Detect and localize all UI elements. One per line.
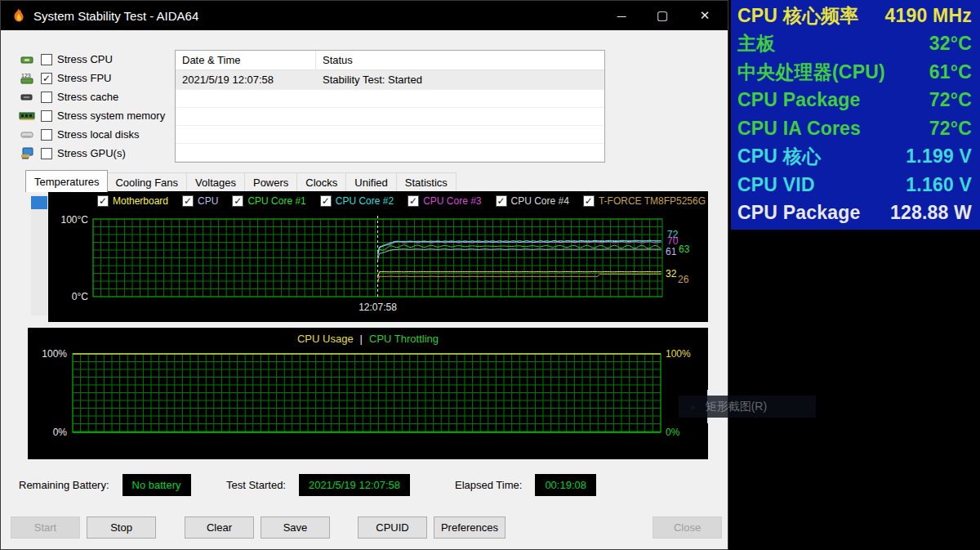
legend-checkbox[interactable]: ✓	[320, 195, 332, 207]
usage-left-max-label: 100%	[42, 348, 67, 360]
capture-tooltip-label: 矩形截图(R)	[706, 400, 767, 414]
stress-option-row: Stress CPU	[19, 50, 165, 69]
sensor-row: CPU Package128.88 W	[731, 199, 980, 228]
graph-scrollbar-thumb[interactable]	[31, 196, 47, 209]
stress-option-row: Stress cache	[19, 87, 165, 106]
stress-option-row: Stress system memory	[19, 106, 165, 125]
sensor-value: 128.88 W	[890, 202, 972, 224]
tab-unified[interactable]: Unified	[346, 172, 396, 192]
stress-option-row: 123✓Stress FPU	[19, 69, 165, 87]
legend-label: CPU Core #1	[247, 195, 305, 207]
minimize-button[interactable]: ─	[604, 1, 639, 30]
stress-checkbox[interactable]	[41, 54, 52, 65]
sensor-label: CPU IA Cores	[737, 118, 861, 140]
stress-option-row: Stress GPU(s)	[19, 144, 165, 163]
legend-checkbox[interactable]: ✓	[97, 195, 109, 207]
event-log-col-datetime: Date & Time	[176, 51, 316, 69]
sensor-label: 主板	[737, 31, 775, 56]
tab-temperatures[interactable]: Temperatures	[25, 170, 108, 192]
save-button[interactable]: Save	[261, 516, 330, 539]
legend-label: CPU Core #4	[511, 195, 569, 207]
preferences-button[interactable]: Preferences	[434, 516, 506, 539]
legend-checkbox[interactable]: ✓	[182, 195, 194, 207]
memory-icon	[19, 110, 35, 123]
tab-clocks[interactable]: Clocks	[297, 172, 346, 192]
maximize-button[interactable]: ▢	[644, 1, 680, 30]
legend-checkbox[interactable]: ✓	[583, 195, 595, 207]
status-value-box: No battery	[122, 474, 191, 496]
cpuid-button[interactable]: CPUID	[358, 516, 427, 539]
event-datetime-cell: 2021/5/19 12:07:58	[176, 70, 316, 89]
sensor-row: CPU VID1.160 V	[731, 171, 980, 199]
capture-tool-tooltip: ● 矩形截图(R)	[679, 396, 816, 418]
chart-grid	[73, 354, 661, 432]
empty-cell	[176, 108, 316, 125]
legend-item: ✓CPU Core #1	[232, 195, 305, 207]
sensor-value: 72°C	[929, 118, 972, 140]
clear-button[interactable]: Clear	[185, 516, 254, 539]
legend-item: ✓CPU Core #4	[496, 195, 569, 207]
stress-checkbox[interactable]	[41, 110, 52, 122]
end-value-label: 32	[666, 268, 677, 279]
legend-checkbox[interactable]: ✓	[232, 195, 243, 207]
sensor-label: 中央处理器(CPU)	[737, 60, 885, 85]
legend-checkbox[interactable]: ✓	[496, 195, 507, 207]
sensor-row: CPU 核心1.199 V	[731, 143, 980, 172]
start-button: Start	[11, 516, 80, 539]
sensor-label: CPU VID	[737, 174, 815, 196]
stop-button[interactable]: Stop	[87, 516, 156, 539]
legend-label: CPU	[198, 195, 218, 207]
end-value-label: 26	[678, 274, 689, 285]
legend-item: ✓CPU	[182, 195, 218, 207]
stress-checkbox[interactable]	[41, 148, 52, 159]
event-status-cell: Stability Test: Started	[316, 74, 422, 86]
usage-title-part: CPU Throttling	[369, 333, 439, 345]
tab-cooling-fans[interactable]: Cooling Fans	[107, 172, 187, 192]
event-log-empty-row	[176, 108, 604, 126]
event-log-header: Date & TimeStatus	[176, 51, 604, 70]
aida64-flame-icon	[11, 7, 27, 24]
window-title: System Stability Test - AIDA64	[33, 9, 198, 23]
stress-option-label: Stress cache	[57, 91, 118, 103]
cache-icon	[19, 91, 35, 104]
legend-label: CPU Core #2	[336, 195, 394, 207]
usage-left-min-label: 0%	[53, 427, 68, 438]
sensor-row: CPU 核心频率4190 MHz	[731, 2, 980, 30]
sensor-value: 1.199 V	[906, 145, 972, 168]
tab-powers[interactable]: Powers	[245, 172, 297, 192]
titlebar: System Stability Test - AIDA64 ─ ▢ ✕	[1, 1, 728, 30]
status-value-box: 2021/5/19 12:07:58	[299, 474, 410, 496]
cpu-usage-graph-panel: CPU Usage|CPU Throttling 100%0%100%0%	[28, 328, 708, 459]
usage-right-min-label: 0%	[666, 427, 680, 438]
sensor-row: CPU IA Cores72°C	[731, 114, 980, 143]
sensor-value: 1.160 V	[906, 174, 972, 196]
record-dot-icon: ●	[690, 402, 696, 412]
svg-text:123: 123	[21, 73, 31, 78]
graph-scrollbar[interactable]	[31, 195, 47, 315]
temperature-chart: 100°C0°C12:07:58326163727026	[48, 208, 708, 322]
cpu-usage-chart: 100%0%100%0%	[28, 347, 708, 459]
legend-label: Motherboard	[113, 195, 168, 207]
tab-statistics[interactable]: Statistics	[397, 172, 457, 192]
stress-checkbox[interactable]: ✓	[41, 73, 52, 84]
legend-item: ✓T-FORCE TM8FP5256G	[583, 195, 706, 207]
stress-option-row: Stress local disks	[19, 125, 165, 144]
event-log-empty-row	[176, 90, 604, 108]
usage-title-part: |	[360, 333, 363, 345]
stress-option-label: Stress CPU	[57, 53, 113, 65]
stress-checkbox[interactable]	[41, 129, 52, 141]
status-group: Remaining Battery:No battery	[19, 474, 191, 496]
legend-checkbox[interactable]: ✓	[408, 195, 419, 207]
cpu-usage-chart-title: CPU Usage|CPU Throttling	[28, 333, 708, 345]
close-window-button[interactable]: ✕	[687, 1, 723, 30]
sensor-row: CPU Package72°C	[731, 87, 980, 115]
sensor-value: 4190 MHz	[885, 5, 972, 27]
end-value-label: 61	[666, 246, 677, 257]
event-log-row[interactable]: 2021/5/19 12:07:58Stability Test: Starte…	[176, 70, 604, 90]
temperature-legend: ✓Motherboard✓CPU✓CPU Core #1✓CPU Core #2…	[97, 195, 706, 207]
tab-voltages[interactable]: Voltages	[187, 172, 245, 192]
stress-checkbox[interactable]	[41, 92, 52, 103]
gpu-icon	[19, 147, 35, 160]
status-label: Elapsed Time:	[455, 479, 522, 491]
disk-icon	[19, 128, 35, 141]
